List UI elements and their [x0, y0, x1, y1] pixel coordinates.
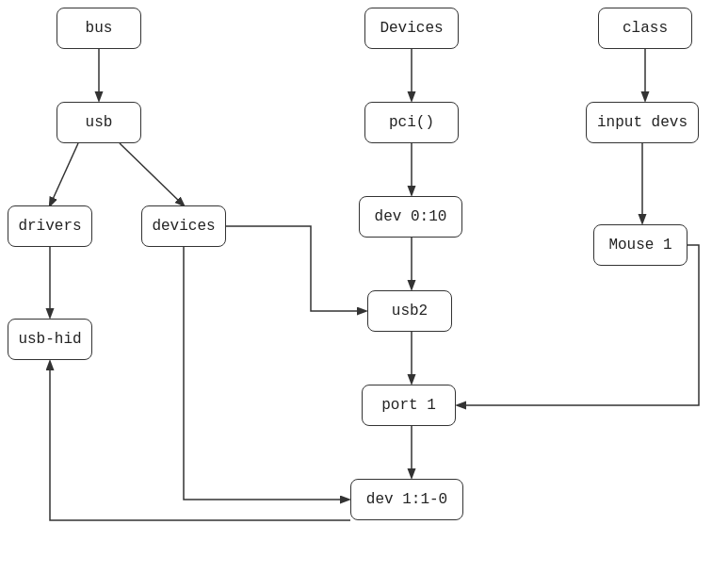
node-Devices: Devices [364, 8, 459, 49]
svg-line-1 [50, 143, 78, 205]
node-usb-hid: usb-hid [8, 319, 92, 360]
node-dev110: dev 1:1-0 [350, 479, 463, 520]
node-pci: pci() [364, 102, 459, 143]
node-usb2: usb2 [367, 290, 452, 332]
diagram: bus usb drivers devices usb-hid Devices … [0, 0, 728, 574]
node-mouse1: Mouse 1 [593, 224, 688, 266]
node-devices: devices [141, 205, 226, 247]
node-drivers: drivers [8, 205, 92, 247]
node-class: class [598, 8, 692, 49]
node-inputdevs: input devs [586, 102, 699, 143]
node-usb: usb [57, 102, 141, 143]
svg-line-2 [120, 143, 184, 205]
node-bus: bus [57, 8, 141, 49]
node-dev010: dev 0:10 [359, 196, 462, 238]
node-port1: port 1 [362, 385, 456, 426]
